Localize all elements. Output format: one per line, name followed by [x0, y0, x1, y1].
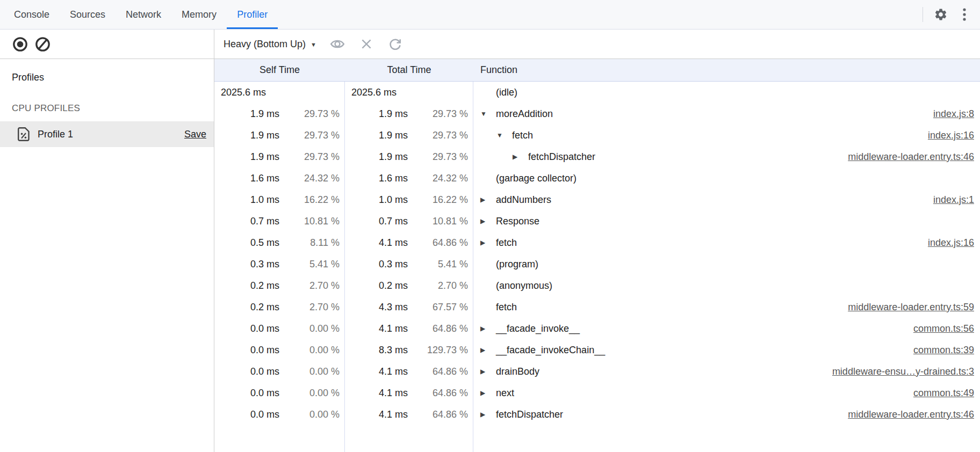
time-value: 0.0 ms [250, 366, 279, 377]
self-time-cell: 0.7 ms10.81 % [214, 216, 345, 227]
clear-profiles-button[interactable] [34, 36, 51, 52]
tab-console[interactable]: Console [4, 0, 60, 29]
eye-icon [329, 36, 345, 52]
total-time-cell: 4.1 ms64.86 % [345, 388, 473, 399]
tree-arrow-collapsed-icon[interactable]: ▶ [480, 196, 496, 203]
total-time-cell: 4.1 ms64.86 % [345, 237, 473, 249]
three-dot-menu-icon [963, 8, 966, 21]
table-row[interactable]: 0.2 ms2.70 %0.2 ms2.70 %(anonymous) [214, 275, 980, 296]
percent-value: 64.86 % [408, 366, 468, 377]
tree-arrow-collapsed-icon[interactable]: ▶ [513, 153, 528, 161]
tab-bar-tabs: ConsoleSourcesNetworkMemoryProfiler [4, 0, 278, 29]
tree-arrow-expanded-icon[interactable]: ▼ [480, 110, 496, 118]
source-location-link[interactable]: middleware-loader.entry.ts:59 [848, 302, 980, 313]
table-row[interactable]: 1.9 ms29.73 %1.9 ms29.73 %▼moreAdditioni… [214, 103, 980, 125]
record-profile-button[interactable] [12, 36, 28, 52]
percent-value: 24.32 % [408, 173, 468, 184]
table-row[interactable]: 0.3 ms5.41 %0.3 ms5.41 %(program) [214, 253, 980, 275]
view-mode-dropdown[interactable]: Heavy (Bottom Up) ▼ [224, 39, 316, 50]
table-row[interactable]: 0.0 ms0.00 %4.1 ms64.86 %▶fetchDispatche… [214, 404, 980, 425]
table-row[interactable]: 1.9 ms29.73 %1.9 ms29.73 %▼fetchindex.js… [214, 125, 980, 146]
table-row[interactable]: 0.5 ms8.11 %4.1 ms64.86 %▶fetchindex.js:… [214, 232, 980, 253]
total-time-cell: 0.2 ms2.70 % [345, 280, 473, 291]
function-cell: ▶Response [473, 216, 980, 227]
time-value: 1.9 ms [250, 130, 279, 141]
tree-arrow-collapsed-icon[interactable]: ▶ [480, 346, 496, 354]
table-row[interactable]: 1.6 ms24.32 %1.6 ms24.32 %(garbage colle… [214, 167, 980, 189]
tab-memory[interactable]: Memory [171, 0, 227, 29]
column-header-total-time[interactable]: Total Time [345, 64, 473, 76]
source-location-link[interactable]: index.js:16 [928, 130, 980, 141]
self-time-cell: 1.9 ms29.73 % [214, 108, 345, 120]
profiles-heading: Profiles [12, 72, 214, 83]
tab-network[interactable]: Network [116, 0, 171, 29]
total-time-cell: 8.3 ms129.73 % [345, 345, 473, 356]
function-cell: ▶__facade_invokeChain__common.ts:39 [473, 345, 980, 356]
tree-arrow-collapsed-icon[interactable]: ▶ [480, 411, 496, 418]
table-row[interactable]: 0.0 ms0.00 %8.3 ms129.73 %▶__facade_invo… [214, 339, 980, 361]
table-row[interactable]: 0.7 ms10.81 %0.7 ms10.81 %▶Response [214, 210, 980, 232]
function-name: __facade_invokeChain__ [496, 345, 605, 356]
tree-arrow-collapsed-icon[interactable]: ▶ [480, 325, 496, 332]
chevron-down-icon: ▼ [311, 40, 316, 48]
time-value: 4.3 ms [379, 302, 408, 313]
tree-arrow-collapsed-icon[interactable]: ▶ [480, 389, 496, 397]
tab-profiler[interactable]: Profiler [227, 0, 278, 29]
source-location-link[interactable]: index.js:16 [928, 237, 980, 249]
total-time-cell: 1.9 ms29.73 % [345, 108, 473, 120]
time-value: 4.1 ms [379, 323, 408, 334]
table-row[interactable]: 0.0 ms0.00 %4.1 ms64.86 %▶drainBodymiddl… [214, 361, 980, 382]
time-value: 0.3 ms [379, 259, 408, 270]
total-time-cell: 4.3 ms67.57 % [345, 302, 473, 313]
more-options-button[interactable] [959, 6, 970, 23]
percent-value: 10.81 % [279, 216, 340, 227]
source-location-link[interactable]: middleware-loader.entry.ts:46 [848, 409, 980, 420]
self-time-cell: 0.5 ms8.11 % [214, 237, 345, 249]
time-value: 1.9 ms [250, 108, 279, 120]
save-profile-link[interactable]: Save [184, 129, 206, 140]
column-header-function[interactable]: Function [473, 64, 980, 76]
source-location-link[interactable]: index.js:8 [933, 108, 980, 120]
percent-value: 0.00 % [279, 388, 340, 399]
total-time-cell: 1.0 ms16.22 % [345, 194, 473, 206]
time-value: 1.0 ms [379, 194, 408, 206]
column-header-self-time[interactable]: Self Time [214, 64, 345, 76]
tree-arrow-collapsed-icon[interactable]: ▶ [480, 217, 496, 225]
self-time-cell: 0.0 ms0.00 % [214, 366, 345, 377]
cpu-profiles-section-heading: CPU PROFILES [12, 103, 214, 114]
tree-arrow-expanded-icon[interactable]: ▼ [496, 132, 512, 139]
table-row[interactable]: 1.9 ms29.73 %1.9 ms29.73 %▶fetchDispatch… [214, 146, 980, 167]
table-row[interactable]: 0.2 ms2.70 %4.3 ms67.57 %fetchmiddleware… [214, 296, 980, 318]
self-time-cell: 1.6 ms24.32 % [214, 173, 345, 184]
time-value: 1.9 ms [379, 130, 408, 141]
percent-value: 29.73 % [279, 130, 340, 141]
function-name: drainBody [496, 366, 539, 377]
restore-all-button[interactable] [387, 36, 403, 52]
tab-sources[interactable]: Sources [60, 0, 116, 29]
time-value: 4.1 ms [379, 366, 408, 377]
self-time-cell: 1.9 ms29.73 % [214, 151, 345, 163]
tree-arrow-collapsed-icon[interactable]: ▶ [480, 239, 496, 246]
sidebar-item-profile-1[interactable]: Profile 1 Save [0, 121, 214, 147]
self-time-cell: 0.3 ms5.41 % [214, 259, 345, 270]
source-location-link[interactable]: common.ts:56 [913, 323, 980, 334]
function-name: fetchDispatcher [528, 151, 595, 163]
table-row[interactable]: 1.0 ms16.22 %1.0 ms16.22 %▶addNumbersind… [214, 189, 980, 210]
table-row[interactable]: 0.0 ms0.00 %4.1 ms64.86 %▶__facade_invok… [214, 318, 980, 339]
exclude-selected-button[interactable] [358, 36, 374, 52]
table-row[interactable]: 0.0 ms0.00 %4.1 ms64.86 %▶nextcommon.ts:… [214, 382, 980, 404]
focus-selected-button[interactable] [329, 36, 345, 52]
self-time-cell: 0.0 ms0.00 % [214, 409, 345, 420]
function-name: __facade_invoke__ [496, 323, 580, 334]
tree-arrow-collapsed-icon[interactable]: ▶ [480, 368, 496, 375]
source-location-link[interactable]: middleware-loader.entry.ts:46 [848, 151, 980, 163]
source-location-link[interactable]: index.js:1 [933, 194, 980, 206]
settings-button[interactable] [933, 6, 949, 23]
source-location-link[interactable]: common.ts:39 [913, 345, 980, 356]
source-location-link[interactable]: middleware-ensu…y-drained.ts:3 [832, 366, 980, 377]
function-name: (idle) [496, 87, 517, 98]
table-row[interactable]: 2025.6 ms2025.6 ms(idle) [214, 82, 980, 103]
source-location-link[interactable]: common.ts:49 [913, 388, 980, 399]
function-name: fetchDispatcher [496, 409, 563, 420]
function-name: Response [496, 216, 539, 227]
